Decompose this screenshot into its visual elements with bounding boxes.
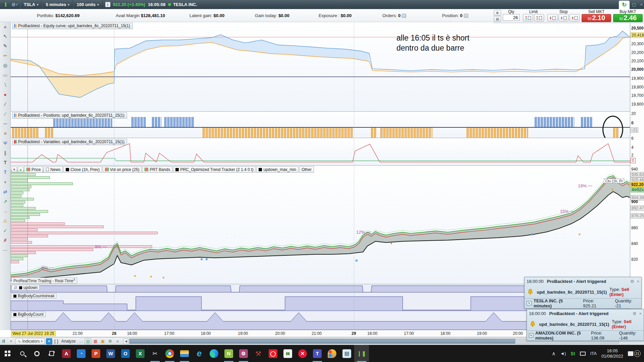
stop-order-button-3[interactable]: ▲▼ (570, 14, 580, 21)
hline-icon[interactable]: ─ (1, 120, 9, 127)
text-blue-icon[interactable]: T (1, 169, 9, 176)
alert-close-icon[interactable]: × (637, 279, 639, 284)
bigbodycount-label[interactable]: BigBodyCount (11, 312, 46, 317)
updown-label[interactable]: updown (11, 285, 40, 290)
trendline-icon[interactable]: ∕ (1, 110, 9, 118)
network-icon[interactable] (580, 352, 586, 356)
timeframe-selector[interactable]: 5 minutes▾ (42, 0, 73, 9)
notepadpp-icon[interactable]: N (221, 345, 236, 362)
snagit-icon[interactable]: $t (571, 351, 575, 356)
internet-explorer-icon[interactable]: e (192, 345, 207, 362)
chrome-icon[interactable] (162, 345, 177, 362)
database-tool-icon[interactable]: ⚙ (236, 345, 251, 362)
volume-icon[interactable]: ◄) (560, 351, 566, 356)
equity-panel-tab[interactable]: ProBacktest - Equity curve: upd_barindex… (12, 23, 133, 29)
legend-tab-updown-max-min[interactable]: updown_max_min (256, 166, 298, 173)
prorealtime-active-icon[interactable]: ❙❚ (354, 345, 369, 362)
notification-center[interactable]: 21 (628, 350, 641, 357)
chat-icon[interactable]: … (77, 338, 84, 344)
alert-close-icon[interactable]: × (639, 311, 642, 316)
alert-popup-amazon[interactable]: 16:00:00 ProBacktest - Alert triggered ⚙… (527, 309, 644, 341)
channel-icon[interactable]: ∥ (1, 149, 9, 157)
powerpoint-icon[interactable]: P (89, 345, 103, 362)
delete-icon[interactable]: ✗ (1, 237, 9, 244)
snipping-tool-icon[interactable]: ✂ (148, 345, 162, 362)
teams-icon[interactable]: T (310, 345, 325, 362)
collapse-left-icon[interactable]: « (114, 338, 121, 344)
report-app-icon[interactable]: ◔ (74, 345, 89, 362)
scrollbar-thumb[interactable] (129, 339, 515, 344)
bigbodycountstreak-label[interactable]: BigBodyCountstreak (11, 293, 56, 299)
tools-chart-icon[interactable]: ⚙ (107, 338, 113, 344)
record-icon[interactable]: ● (1, 91, 9, 98)
language-indicator[interactable]: ITA (590, 351, 597, 356)
task-view-icon[interactable] (44, 345, 59, 362)
collapse-up-button[interactable]: ▲ (18, 167, 23, 172)
start-button[interactable] (0, 345, 15, 362)
swap-icon[interactable]: ⇄ (1, 188, 9, 195)
alert-settings-icon[interactable]: ⚙ (630, 279, 634, 284)
file-explorer-icon[interactable] (177, 345, 192, 362)
confirm-icon[interactable]: ✓ (1, 227, 9, 234)
arrow-up-icon[interactable]: ↗ (1, 198, 9, 205)
eraser-icon[interactable]: ▭ (1, 71, 9, 79)
cortana-icon[interactable] (30, 345, 44, 362)
minimize-button[interactable]: — (624, 2, 628, 7)
paint-icon[interactable] (325, 345, 339, 362)
excel-icon[interactable]: X (133, 345, 148, 362)
order-settings-button[interactable]: ⚙ (494, 10, 501, 16)
brackets-icon[interactable]: [ ] (53, 338, 60, 344)
alert-settings-icon[interactable]: ⚙ (633, 311, 637, 316)
limit-order-button-1[interactable]: ▼▲ (523, 14, 533, 21)
oracle-icon[interactable]: ◯ (266, 345, 280, 362)
buy-market-button[interactable]: 922.46 (613, 14, 643, 22)
variables-panel-tab[interactable]: ProBacktest - Variables: upd_barindex_6c… (12, 139, 127, 145)
search-icon[interactable] (15, 345, 30, 362)
alert-popup-tesla[interactable]: 16:00:00 ProBacktest - Alert triggered ⚙… (524, 277, 642, 309)
legend-tab-news[interactable]: News (44, 166, 63, 173)
units-selector[interactable]: 100 units▾ (73, 0, 103, 9)
bricks-icon[interactable]: ▦ (92, 338, 99, 344)
keyboard-button[interactable]: ▤ (494, 16, 501, 22)
positions-panel[interactable]: ProBacktest - Positions: upd_barindex_6c… (11, 112, 630, 138)
info-icon[interactable]: i (105, 2, 110, 7)
positions-panel-tab[interactable]: ProBacktest - Positions: upd_barindex_6c… (12, 112, 127, 119)
chevron-down-icon[interactable]: ▾ (8, 338, 14, 344)
position-grid-icon[interactable] (464, 14, 468, 18)
arrow-right-icon[interactable]: → (1, 207, 9, 215)
indicators-button[interactable]: ∿ Indicators ▾ (15, 338, 45, 345)
close-line-tag[interactable]: Clo (1h, Pr (604, 179, 624, 183)
access-icon[interactable]: A (59, 345, 74, 362)
legend-tab-prc-optimized-trend-tracker-2-1-4-0-t[interactable]: PRC_Optimized Trend Tracker (2 1.4 0 t) (173, 166, 256, 173)
symbol-selector[interactable]: TSLA▾ (20, 0, 42, 9)
notepad-icon[interactable]: ▤ (339, 345, 354, 362)
orders-grid-icon[interactable] (402, 14, 406, 18)
utility-knife-icon[interactable]: ⚒ (251, 345, 266, 362)
analyze-label[interactable]: Analyze (61, 339, 76, 344)
warning-icon[interactable]: ⚠ (1, 217, 9, 225)
prorealtime-icon[interactable]: ▮▮ (280, 345, 295, 362)
limit-order-button-2[interactable]: ▼▲ (534, 14, 544, 21)
crosshair-icon[interactable]: + (1, 178, 9, 186)
chart-type-icon[interactable] (0, 338, 7, 344)
restore-button[interactable]: ▢ (632, 2, 636, 7)
more-icon[interactable]: ⋯ (1, 246, 9, 254)
legend-tab-other[interactable]: Other (299, 166, 314, 173)
taskbar-clock[interactable]: 16:0501/08/2022 (601, 348, 623, 359)
qty-input[interactable] (503, 14, 520, 21)
sell-market-button[interactable]: 922.10 (582, 14, 611, 22)
close-button[interactable]: × (640, 2, 643, 7)
highlighter-icon[interactable]: ✏ (1, 52, 9, 59)
collapse-icon[interactable]: ▲ (1, 23, 9, 30)
outlook-icon[interactable]: O (118, 345, 133, 362)
legend-tab-price[interactable]: Price (24, 166, 43, 173)
text-icon[interactable]: T (1, 159, 9, 166)
zoom-icon[interactable]: ◎ (1, 62, 9, 69)
stop-order-button-1[interactable]: ▲▼ (547, 14, 557, 21)
fibonacci-icon[interactable]: ≡ (1, 130, 9, 137)
share-icon[interactable]: < (46, 338, 52, 345)
pitchfork-icon[interactable]: Ψ (1, 139, 9, 147)
x-app-icon[interactable]: ✕ (295, 345, 310, 362)
ruler-icon[interactable]: ∖ (1, 81, 9, 88)
tray-expand-icon[interactable]: ∧ (552, 351, 555, 357)
